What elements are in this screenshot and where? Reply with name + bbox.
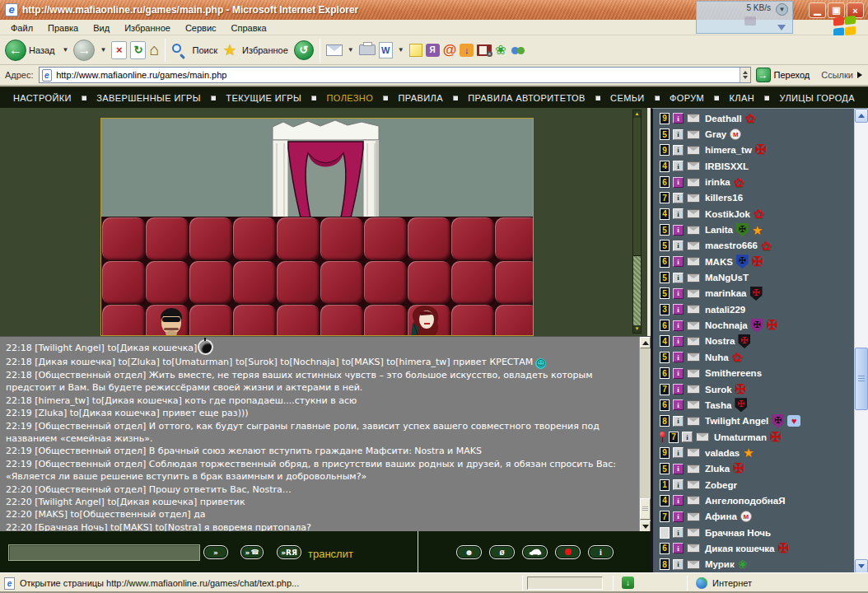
player-name[interactable]: Lanita (705, 225, 733, 235)
send-translit-button[interactable]: »RЯ (277, 545, 301, 559)
player-info-button[interactable]: i (673, 368, 684, 379)
player-scroll-up-button[interactable] (855, 109, 868, 123)
send-button[interactable]: » (203, 545, 228, 559)
minimize-button[interactable]: ▁ (809, 2, 826, 18)
seat-tile[interactable] (364, 305, 407, 336)
seat-tile[interactable] (320, 217, 363, 260)
mail-icon[interactable] (687, 161, 700, 170)
player-info-button[interactable]: i (673, 240, 684, 251)
player-list-scrollbar[interactable] (854, 109, 868, 572)
forward-icon[interactable]: → (73, 40, 95, 61)
edit-dropdown-icon[interactable]: ▼ (398, 46, 404, 54)
player-info-button[interactable]: i (673, 559, 684, 570)
seat-tile[interactable] (102, 305, 145, 336)
player-info-button[interactable]: i (673, 225, 684, 236)
mail-dropdown-icon[interactable]: ▼ (348, 46, 354, 54)
mail-icon[interactable] (687, 496, 700, 505)
seat-tile[interactable] (320, 305, 363, 336)
links-button[interactable]: Ссылки (821, 70, 862, 80)
game-scroll-down-icon[interactable]: ▼ (633, 325, 641, 333)
seat-tile[interactable] (277, 305, 320, 336)
mail-icon[interactable] (687, 400, 700, 409)
player-info-button[interactable]: i (673, 464, 684, 474)
player-info-button[interactable]: i (673, 320, 684, 331)
nav-item[interactable]: ПОЛЕЗНО (327, 93, 374, 103)
player-scroll-down-button[interactable] (855, 559, 868, 572)
chat-scrollbar[interactable] (639, 337, 651, 531)
player-name[interactable]: Tasha (705, 400, 731, 410)
mail-icon[interactable] (687, 369, 700, 378)
player-name[interactable]: Nostra (705, 336, 735, 346)
download-speed-overlay[interactable]: 5 KB/s ▼ (696, 1, 793, 34)
player-name[interactable]: Smithereens (705, 368, 762, 378)
menu-item-Вид[interactable]: Вид (86, 23, 117, 33)
mail-icon[interactable] (687, 448, 700, 457)
sticky-note-button[interactable] (409, 44, 422, 57)
player-info-button[interactable]: i (673, 336, 684, 347)
nav-item[interactable]: ТЕКУЩИЕ ИГРЫ (226, 93, 301, 103)
seat-tile[interactable] (364, 261, 407, 304)
seat-tile[interactable] (451, 217, 494, 260)
player-info-button[interactable]: i (673, 543, 684, 553)
nav-item[interactable]: ЗАВЕРШЕННЫЕ ИГРЫ (96, 93, 201, 103)
chat-scroll-up-button[interactable] (640, 337, 651, 348)
seat-tile[interactable] (451, 305, 494, 336)
nav-item[interactable]: ПРАВИЛА (399, 93, 443, 103)
nav-item[interactable]: НАСТРОЙКИ (13, 93, 72, 103)
seat-tile[interactable] (102, 217, 145, 260)
download-arrow-icon[interactable]: ▼ (776, 3, 788, 16)
player-name[interactable]: Дикая кошечка (705, 544, 774, 553)
seat-tile[interactable] (495, 217, 534, 260)
game-scroll-thumb[interactable] (633, 118, 641, 256)
mail-icon[interactable] (687, 305, 700, 314)
menu-item-Справка[interactable]: Справка (224, 23, 274, 33)
download-manager-button[interactable]: ↓ (460, 44, 474, 57)
player-name[interactable]: natali229 (705, 305, 745, 315)
mail-icon[interactable] (687, 321, 700, 330)
forward-dropdown-icon[interactable]: ▼ (100, 46, 106, 54)
search-button[interactable]: Поиск (171, 43, 219, 58)
player-info-button[interactable]: i (673, 193, 684, 203)
print-button[interactable] (359, 44, 376, 55)
back-button[interactable]: ← Назад (5, 40, 58, 61)
mail-icon[interactable] (687, 528, 700, 537)
mail-icon[interactable] (687, 289, 700, 298)
player-name[interactable]: Афина (705, 511, 737, 521)
player-info-button[interactable]: i (673, 256, 684, 267)
nav-item[interactable]: ФОРУМ (670, 93, 704, 103)
player-name[interactable]: Nochnaja (705, 320, 748, 330)
mail-icon[interactable] (687, 114, 700, 123)
menu-item-Файл[interactable]: Файл (3, 23, 40, 33)
player-name[interactable]: MAKS (705, 257, 733, 267)
player-name[interactable]: Surok (705, 385, 732, 395)
menu-item-Избранное[interactable]: Избранное (117, 23, 178, 33)
mail-icon[interactable] (687, 146, 700, 155)
mail-icon[interactable] (687, 544, 700, 553)
player-name[interactable]: marinkaa (705, 288, 747, 298)
mail-icon[interactable] (687, 417, 700, 426)
game-scrollbar[interactable]: ▲ ▼ (632, 110, 642, 334)
menu-item-Сервис[interactable]: Сервис (178, 23, 224, 33)
messenger-button[interactable] (510, 44, 526, 56)
seat-tile[interactable] (102, 261, 145, 304)
player-info-button[interactable]: i (673, 352, 684, 362)
back-dropdown-icon[interactable]: ▼ (63, 46, 69, 54)
player-info-button[interactable]: i (673, 511, 684, 522)
mail-icon[interactable] (687, 194, 700, 203)
player-name[interactable]: Zluka (705, 464, 730, 474)
menu-item-Правка[interactable]: Правка (40, 23, 86, 33)
player-name[interactable]: Twilight Angel (705, 416, 768, 426)
nav-item[interactable]: СЕМЬИ (610, 93, 645, 103)
player-name[interactable]: himera_tw (705, 145, 752, 155)
send-private-button[interactable]: »☎ (240, 545, 264, 559)
player-info-button[interactable]: i (673, 145, 684, 156)
player-info-button[interactable]: i (673, 495, 684, 506)
player-info-button[interactable]: i (673, 384, 684, 395)
mail-icon[interactable] (687, 241, 700, 250)
chat-input[interactable] (8, 544, 200, 561)
player-info-button[interactable]: i (673, 527, 684, 538)
player-info-button[interactable]: i (673, 161, 684, 171)
seat-tile[interactable] (189, 217, 232, 260)
player-info-button[interactable]: i (682, 432, 693, 442)
mail-icon[interactable] (687, 226, 700, 235)
